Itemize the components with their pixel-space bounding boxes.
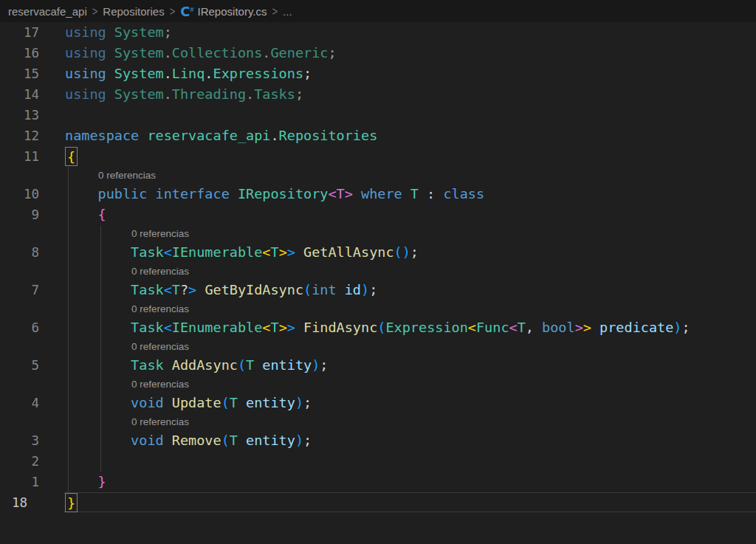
line-number[interactable]: 6 xyxy=(0,317,39,338)
line-number[interactable]: 12 xyxy=(0,125,39,146)
code-token: > xyxy=(188,282,196,297)
code-line[interactable]: 15using System.Linq.Expressions; xyxy=(0,63,756,84)
code-editor[interactable]: 17using System;16using System.Collection… xyxy=(0,22,756,544)
code-token: entity xyxy=(246,433,295,448)
line-number[interactable]: 8 xyxy=(0,242,39,263)
code-token: id xyxy=(345,282,361,297)
bracket-match-box: } xyxy=(65,493,78,512)
code-token: using xyxy=(65,66,114,81)
codelens-references[interactable]: 0 referencias xyxy=(131,225,189,242)
code-line-content: using System.Threading.Tasks; xyxy=(65,84,303,105)
code-token: entity xyxy=(262,357,312,373)
code-token: ) xyxy=(361,282,369,297)
code-line[interactable]: 6 Task<IEnumerable<T>> FindAsync(Express… xyxy=(0,317,756,338)
code-token: where xyxy=(361,186,410,202)
code-token: } xyxy=(98,474,106,489)
code-token: ; xyxy=(303,433,312,448)
line-number[interactable]: 10 xyxy=(0,184,39,204)
code-line-content: Task<IEnumerable<T>> GetAllAsync(); xyxy=(65,242,419,263)
chevron-right-icon: > xyxy=(170,4,176,18)
code-token xyxy=(65,357,131,373)
breadcrumb-item-symbol-ellipsis[interactable]: ... xyxy=(283,5,292,18)
line-number[interactable]: 9 xyxy=(0,204,39,225)
code-token: entity xyxy=(246,395,295,410)
code-line[interactable]: 18} xyxy=(0,492,756,513)
breadcrumb-item-folder[interactable]: Repositories xyxy=(103,5,164,18)
line-number[interactable]: 16 xyxy=(0,43,39,63)
line-number[interactable]: 13 xyxy=(0,105,39,125)
code-token xyxy=(65,395,131,410)
code-token: T xyxy=(270,244,278,260)
code-line[interactable]: 14using System.Threading.Tasks; xyxy=(0,84,756,105)
line-number[interactable]: 15 xyxy=(0,63,39,84)
code-line[interactable]: 4 void Update(T entity); xyxy=(0,393,756,413)
codelens-references[interactable]: 0 referencias xyxy=(131,376,189,393)
codelens-references[interactable]: 0 referencias xyxy=(131,338,189,355)
code-token: ( xyxy=(394,244,402,260)
code-token: Remove xyxy=(172,433,221,448)
line-number[interactable]: 3 xyxy=(0,430,39,451)
line-number-current[interactable]: 18 xyxy=(12,492,27,513)
breadcrumb-item-project[interactable]: reservacafe_api xyxy=(8,5,87,18)
bracket-match-box: { xyxy=(65,147,78,166)
code-line[interactable]: 17using System; xyxy=(0,22,756,43)
code-token: IEnumerable xyxy=(172,244,263,260)
chevron-right-icon: > xyxy=(92,4,98,18)
code-token: T xyxy=(518,320,526,335)
code-line[interactable]: 9 { xyxy=(0,204,756,225)
codelens-references[interactable]: 0 referencias xyxy=(131,263,189,280)
code-token: ) xyxy=(312,357,320,373)
code-line[interactable]: 1 } xyxy=(0,472,756,492)
code-line[interactable]: 12namespace reservacafe_api.Repositories xyxy=(0,125,756,146)
code-token xyxy=(196,282,205,297)
code-token: ; xyxy=(328,45,336,61)
code-token: IRepository xyxy=(238,186,329,202)
code-token: void xyxy=(131,395,172,410)
code-token: ( xyxy=(221,395,230,410)
code-line[interactable]: 11{ xyxy=(0,146,756,167)
code-token: : xyxy=(419,186,443,202)
codelens-references[interactable]: 0 referencias xyxy=(131,413,189,430)
code-token: ( xyxy=(377,320,385,335)
codelens-references[interactable]: 0 referencias xyxy=(98,167,156,184)
code-token: { xyxy=(98,207,106,222)
line-number[interactable]: 14 xyxy=(0,84,39,105)
code-line[interactable]: 2 xyxy=(0,451,756,472)
code-token: > xyxy=(575,320,583,335)
code-token: reservacafe_api xyxy=(147,128,270,143)
code-token: public xyxy=(98,186,156,202)
code-line[interactable]: 16using System.Collections.Generic; xyxy=(0,43,756,63)
codelens-row: 0 referencias xyxy=(0,376,756,393)
code-token: . xyxy=(270,128,278,143)
line-number[interactable]: 4 xyxy=(0,393,39,413)
code-line[interactable]: 13 xyxy=(0,105,756,125)
code-token: < xyxy=(468,320,476,335)
code-token xyxy=(65,186,98,202)
line-number[interactable]: 1 xyxy=(0,472,39,492)
code-token: System xyxy=(114,86,164,102)
code-token: . xyxy=(262,45,270,61)
code-line[interactable]: 7 Task<T?> GetByIdAsync(int id); xyxy=(0,280,756,300)
line-number[interactable]: 2 xyxy=(0,451,39,472)
code-line[interactable]: 5 Task AddAsync(T entity); xyxy=(0,355,756,376)
line-number[interactable]: 5 xyxy=(0,355,39,376)
code-line[interactable]: 8 Task<IEnumerable<T>> GetAllAsync(); xyxy=(0,242,756,263)
code-token: System xyxy=(114,45,164,61)
code-token: T xyxy=(230,433,246,448)
codelens-references[interactable]: 0 referencias xyxy=(131,300,189,317)
code-token: T xyxy=(172,282,180,297)
breadcrumb-item-file[interactable]: IRepository.cs xyxy=(198,5,267,18)
line-number[interactable]: 17 xyxy=(0,22,39,43)
code-token: <T> xyxy=(328,186,352,202)
code-line[interactable]: 3 void Remove(T entity); xyxy=(0,430,756,451)
code-token: ( xyxy=(221,433,230,448)
code-line-content: void Remove(T entity); xyxy=(65,430,312,451)
code-token: < xyxy=(164,282,172,297)
breadcrumb: reservacafe_api > Repositories > C# IRep… xyxy=(0,0,756,22)
code-token: AddAsync xyxy=(172,357,238,373)
code-token: T xyxy=(230,395,246,410)
line-number[interactable]: 7 xyxy=(0,280,39,300)
line-number[interactable]: 11 xyxy=(0,146,39,167)
code-line-content: Task AddAsync(T entity); xyxy=(65,355,328,376)
code-line[interactable]: 10 public interface IRepository<T> where… xyxy=(0,184,756,204)
